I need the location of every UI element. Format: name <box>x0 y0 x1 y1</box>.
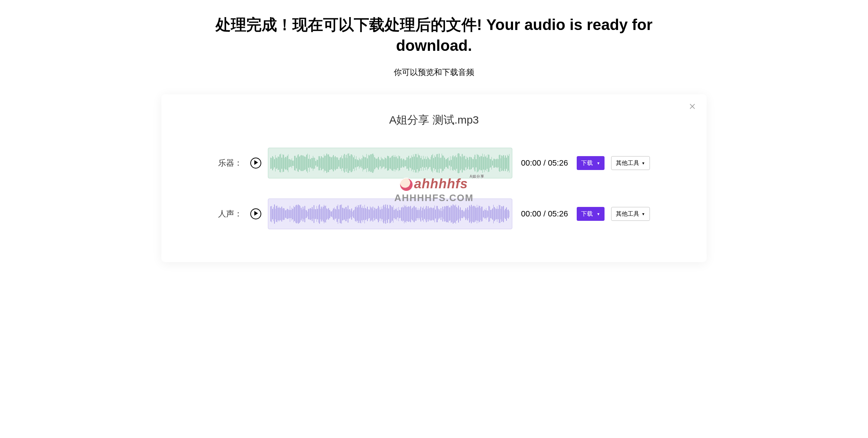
download-label: 下载 <box>581 210 593 218</box>
waveform-bars <box>270 199 510 229</box>
waveform-vocal[interactable] <box>268 199 512 229</box>
svg-marker-3 <box>254 211 258 216</box>
close-button[interactable] <box>688 102 697 112</box>
time-display: 00:00 / 05:26 <box>521 209 568 219</box>
other-tools-button[interactable]: 其他工具 ▼ <box>611 156 650 170</box>
page-title: 处理完成！现在可以下载处理后的文件! Your audio is ready f… <box>178 15 690 56</box>
track-label: 人声： <box>218 208 244 219</box>
filename-label: A姐分享 测试.mp3 <box>183 113 685 128</box>
play-button[interactable] <box>250 208 261 219</box>
page-subtitle: 你可以预览和下载音频 <box>7 67 861 78</box>
svg-marker-2 <box>254 160 258 165</box>
chevron-down-icon: ▼ <box>596 212 600 216</box>
play-button[interactable] <box>250 158 261 169</box>
chevron-down-icon: ▼ <box>641 161 645 165</box>
waveform-instrument[interactable] <box>268 148 512 178</box>
track-label: 乐器： <box>218 158 244 169</box>
waveform-bars <box>270 148 510 178</box>
chevron-down-icon: ▼ <box>596 161 600 165</box>
download-button[interactable]: 下载 ▼ <box>577 156 605 170</box>
result-card: A姐分享 测试.mp3 乐器： 00:00 / 05:26 下载 <box>161 94 707 262</box>
chevron-down-icon: ▼ <box>641 212 645 216</box>
track-row-instrument: 乐器： 00:00 / 05:26 下载 ▼ 其他工具 <box>218 148 650 178</box>
download-button[interactable]: 下载 ▼ <box>577 207 605 221</box>
track-row-vocal: 人声： 00:00 / 05:26 下载 ▼ 其他工具 <box>218 199 650 229</box>
time-display: 00:00 / 05:26 <box>521 158 568 168</box>
other-tools-label: 其他工具 <box>616 159 639 167</box>
track-list: 乐器： 00:00 / 05:26 下载 ▼ 其他工具 <box>218 148 650 229</box>
close-icon <box>689 103 696 112</box>
download-label: 下载 <box>581 159 593 167</box>
play-icon <box>254 211 258 217</box>
play-icon <box>254 160 258 166</box>
other-tools-button[interactable]: 其他工具 ▼ <box>611 207 650 221</box>
other-tools-label: 其他工具 <box>616 210 639 218</box>
